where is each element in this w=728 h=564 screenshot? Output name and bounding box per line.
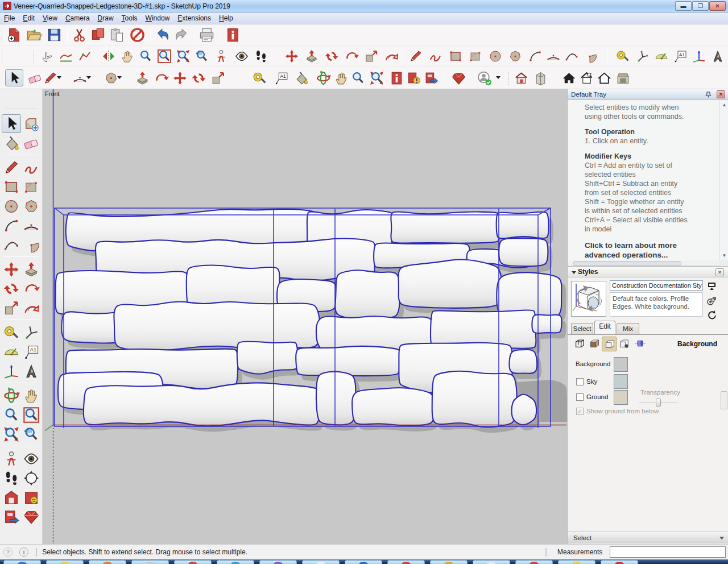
watermark-settings-icon[interactable] bbox=[617, 337, 631, 351]
stone[interactable] bbox=[532, 314, 561, 333]
freehand-icon[interactable] bbox=[23, 159, 40, 176]
stone[interactable] bbox=[497, 212, 549, 238]
open-icon[interactable] bbox=[26, 27, 42, 43]
tab-mix[interactable]: Mix bbox=[617, 323, 639, 334]
style-name-input[interactable]: Construction Documentation Sty bbox=[610, 280, 703, 291]
undo-icon[interactable] bbox=[155, 27, 171, 43]
taskbar-app[interactable] bbox=[3, 560, 41, 564]
print-icon[interactable] bbox=[198, 27, 215, 43]
text-tool-icon[interactable]: A1 bbox=[274, 70, 289, 86]
rotated-rectangle-icon[interactable] bbox=[468, 49, 483, 64]
geolocation-icon[interactable]: ? bbox=[3, 548, 13, 557]
minimize-button[interactable]: ▬ bbox=[675, 1, 692, 11]
cut-icon[interactable] bbox=[71, 27, 88, 43]
two-point-arc-icon[interactable] bbox=[23, 217, 40, 234]
tape-measure-icon[interactable] bbox=[252, 70, 267, 86]
rotate-tool-icon[interactable] bbox=[324, 49, 339, 64]
pie-tool-icon[interactable] bbox=[582, 49, 597, 64]
rectangle-icon[interactable] bbox=[3, 179, 20, 196]
transparency-slider-thumb[interactable] bbox=[656, 399, 661, 407]
pie-tool-icon[interactable] bbox=[23, 237, 40, 254]
instructor-scrollbar[interactable]: ▲ ▼ bbox=[719, 100, 728, 260]
look-around-icon[interactable] bbox=[234, 49, 249, 64]
zoom-extents-icon[interactable] bbox=[369, 70, 384, 86]
zoom-window-icon[interactable] bbox=[23, 407, 40, 424]
doc-arrow-icon[interactable] bbox=[424, 70, 439, 86]
viewport[interactable]: Front bbox=[43, 89, 567, 544]
arc-tool-icon[interactable] bbox=[3, 217, 20, 234]
follow-me-icon[interactable] bbox=[23, 280, 40, 297]
taskbar-app[interactable] bbox=[89, 560, 126, 564]
extension-warehouse-icon[interactable] bbox=[23, 489, 40, 506]
menu-window[interactable]: Window bbox=[142, 13, 174, 23]
warehouse-icon[interactable] bbox=[615, 70, 631, 86]
rotate-tool-icon[interactable] bbox=[191, 70, 206, 86]
move-icon[interactable] bbox=[3, 261, 20, 278]
move-icon[interactable] bbox=[284, 49, 299, 64]
two-point-arc-dropdown-icon[interactable] bbox=[86, 76, 91, 79]
tab-edit[interactable]: Edit bbox=[594, 321, 615, 334]
line-icon[interactable] bbox=[43, 70, 58, 86]
taskbar-app[interactable] bbox=[174, 560, 212, 564]
erase-icon[interactable] bbox=[129, 27, 146, 43]
edges-settings-icon[interactable] bbox=[572, 337, 587, 351]
axes-icon[interactable] bbox=[3, 363, 20, 380]
stone[interactable] bbox=[499, 238, 548, 266]
zoom-extents-icon[interactable] bbox=[3, 426, 20, 443]
tray-scrollbar-thumb[interactable] bbox=[721, 391, 727, 409]
help-icon[interactable]: i bbox=[19, 548, 28, 557]
taskbar-app[interactable] bbox=[259, 560, 297, 564]
sky-checkbox[interactable] bbox=[576, 378, 584, 385]
home-icon[interactable] bbox=[561, 70, 577, 86]
stone[interactable] bbox=[352, 388, 435, 426]
menu-tools[interactable]: Tools bbox=[118, 13, 142, 23]
text-tool-icon[interactable]: A1 bbox=[673, 49, 688, 64]
sandbox-from-contours-icon[interactable] bbox=[59, 49, 73, 64]
three-point-arc-icon[interactable] bbox=[3, 237, 20, 254]
modeling-settings-icon[interactable] bbox=[632, 337, 647, 351]
three-point-arc-icon[interactable] bbox=[564, 49, 579, 64]
flip-icon[interactable] bbox=[101, 49, 116, 64]
follow-me-icon[interactable] bbox=[344, 49, 359, 64]
select-icon[interactable] bbox=[2, 114, 21, 133]
stone[interactable] bbox=[335, 270, 400, 319]
push-pull-icon[interactable] bbox=[23, 261, 40, 278]
stone[interactable] bbox=[432, 371, 517, 427]
taskbar-app[interactable] bbox=[473, 560, 510, 564]
protractor-icon[interactable] bbox=[3, 343, 20, 360]
zoom-extents-icon[interactable] bbox=[176, 49, 191, 64]
avatar-dropdown-icon[interactable] bbox=[496, 76, 500, 79]
house-red-icon[interactable] bbox=[514, 70, 529, 86]
ground-checkbox[interactable] bbox=[576, 393, 584, 401]
close-button[interactable]: ✕ bbox=[709, 1, 726, 11]
styles-panel-header[interactable]: Styles ✕ bbox=[568, 266, 728, 277]
push-pull-icon[interactable] bbox=[304, 49, 319, 64]
walk-icon[interactable] bbox=[3, 470, 20, 487]
house-outline-icon[interactable] bbox=[597, 70, 612, 86]
arc-tool-icon[interactable] bbox=[528, 49, 543, 64]
polygon-tool-dropdown-icon[interactable] bbox=[117, 76, 122, 79]
faces-settings-icon[interactable] bbox=[587, 337, 602, 351]
building-icon[interactable] bbox=[533, 70, 548, 86]
stones[interactable] bbox=[55, 209, 561, 427]
two-point-arc-icon[interactable] bbox=[72, 70, 88, 86]
taskbar-app[interactable] bbox=[345, 560, 382, 564]
stone[interactable] bbox=[237, 342, 298, 374]
copy-icon[interactable] bbox=[90, 27, 106, 43]
scale-tool-icon[interactable] bbox=[3, 300, 20, 317]
styles-close-icon[interactable]: ✕ bbox=[715, 268, 724, 276]
tray-header[interactable]: Default Tray ✕ bbox=[568, 89, 728, 100]
taskbar-app[interactable] bbox=[430, 560, 468, 564]
model-info-icon[interactable] bbox=[225, 27, 241, 43]
taskbar-app[interactable] bbox=[515, 560, 553, 564]
position-camera-icon[interactable] bbox=[3, 450, 20, 467]
text-tool-icon[interactable]: A1 bbox=[23, 343, 40, 360]
pin-icon[interactable] bbox=[705, 92, 712, 98]
zoom-window-icon[interactable] bbox=[157, 49, 172, 64]
look-around-icon[interactable] bbox=[23, 450, 40, 467]
house-plus-icon[interactable] bbox=[579, 70, 594, 86]
model-info-icon[interactable] bbox=[389, 70, 404, 86]
polygon-tool-icon[interactable] bbox=[508, 49, 523, 64]
new-document-icon[interactable] bbox=[6, 27, 22, 43]
menu-edit[interactable]: Edit bbox=[19, 13, 39, 23]
